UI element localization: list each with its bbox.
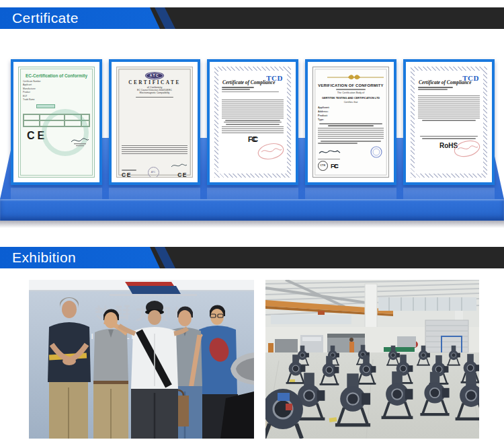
- certification-body-name: GERTITEK TESTING AND CERTIFICATION LTD: [318, 96, 384, 100]
- field-label: Address:: [318, 110, 329, 113]
- group-photo-image: XINQUNLI MACHINERY: [29, 280, 254, 439]
- tcd-logo: TCD: [462, 74, 479, 82]
- ec-certificate-title: EC-Certification of Conformity: [23, 73, 90, 78]
- field-label: Type:: [318, 118, 329, 121]
- ctk-logo: CTK: [318, 161, 328, 171]
- ce-mark-left: CE: [122, 172, 136, 178]
- certificate-section-title: Certificate: [12, 10, 79, 26]
- page: Certificate EC-Certification of Conformi…: [0, 0, 504, 448]
- atc-stamp: ATC: [148, 167, 159, 178]
- certificate-frame-verification: VERIFICATION OF CONFORMITY The Certifica…: [305, 59, 396, 185]
- blue-stamp: [369, 146, 384, 158]
- rohs-certificate-paper: TCD Certificate of Compliance RoHS: [411, 67, 487, 178]
- signature: [70, 135, 90, 147]
- gold-ribbon-ornament: [318, 74, 384, 81]
- tcd-certificate-paper: TCD Certificate of Compliance FCC: [214, 67, 291, 178]
- ec-certificate-paper: EC-Certification of Conformity Certifica…: [18, 67, 95, 178]
- signature: [170, 162, 187, 169]
- verification-certificate-paper: VERIFICATION OF CONFORMITY The Certifica…: [312, 67, 389, 178]
- field-label: Manufacturer: [23, 88, 36, 91]
- exhibition-banner: Exhibition: [0, 247, 504, 268]
- field-label: Certificate Number: [23, 81, 41, 83]
- emc-line: Electromagnetic Compatibility: [122, 91, 187, 94]
- tcd-logo: TCD: [266, 74, 283, 82]
- field-label: Applicant:: [318, 106, 329, 109]
- exhibition-section-title: Exhibition: [12, 250, 76, 266]
- field-label: Trade Name: [23, 99, 35, 102]
- field-label: Product:: [318, 114, 329, 117]
- signature: [318, 148, 341, 156]
- certificate-frame-ec: EC-Certification of Conformity Certifica…: [11, 59, 102, 185]
- exhibition-photo-group: XINQUNLI MACHINERY: [29, 280, 254, 439]
- banner-blue-area: Exhibition: [0, 247, 504, 268]
- certificate-frame-tcd-fcc: TCD Certificate of Compliance FCC: [207, 59, 298, 185]
- red-stamp: [452, 139, 482, 159]
- field-label: Applicant: [23, 84, 32, 87]
- exhibition-photo-factory: [265, 280, 479, 439]
- field-label: EUT: [23, 96, 27, 98]
- certifies-that-line: Certifies that: [318, 101, 384, 104]
- red-stamp: [256, 141, 286, 161]
- factory-photo-image: [265, 280, 479, 439]
- field-label: Product: [23, 91, 30, 94]
- certificate-banner: Certificate: [0, 7, 504, 29]
- fcc-logo: FCC: [331, 163, 338, 170]
- verification-title: VERIFICATION OF CONFORMITY: [318, 83, 384, 87]
- ce-mark-right: CE: [170, 172, 187, 178]
- atc-certificate-title: CERTIFICATE: [122, 80, 187, 85]
- banner-blue-area: Certificate: [0, 7, 504, 29]
- certificate-frame-rohs: TCD Certificate of Compliance RoHS: [403, 59, 495, 185]
- watermark: [42, 109, 89, 156]
- atc-logo: ATC: [146, 73, 163, 79]
- atc-certificate-paper: ATC CERTIFICATE of Conformity EC Council…: [116, 67, 193, 178]
- certification-body-line: The Certification Body of: [318, 91, 384, 94]
- shelf-shadow: [0, 221, 504, 228]
- certificate-frame-atc: ATC CERTIFICATE of Conformity EC Council…: [109, 59, 200, 185]
- certificate-shelf-front: [0, 199, 504, 221]
